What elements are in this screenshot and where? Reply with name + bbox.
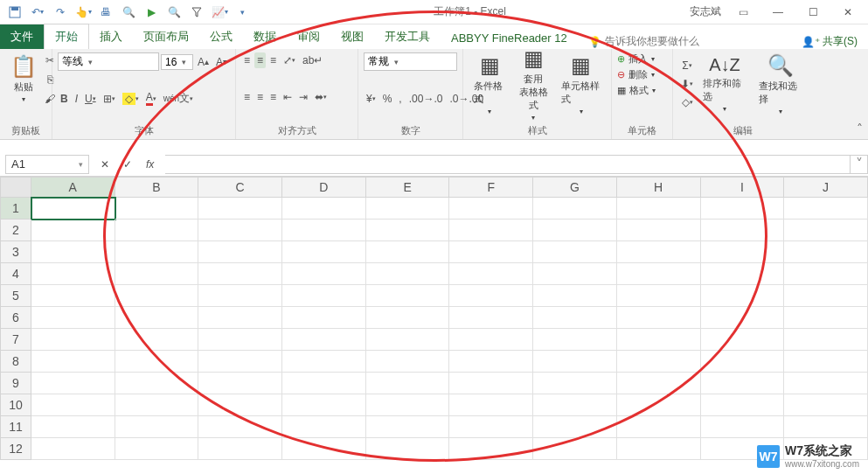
cell-I11[interactable] [701, 416, 785, 438]
cell-A4[interactable] [31, 263, 115, 285]
col-header-c[interactable]: C [198, 177, 282, 198]
cell-B2[interactable] [115, 220, 199, 241]
wrap-text-button[interactable]: ab↵ [300, 52, 325, 68]
col-header-j[interactable]: J [784, 177, 868, 198]
cell-B3[interactable] [115, 241, 199, 263]
cell-D8[interactable] [282, 351, 366, 373]
cell-I4[interactable] [701, 263, 785, 285]
cell-B11[interactable] [115, 416, 199, 438]
save-button[interactable] [7, 4, 23, 20]
cell-A12[interactable] [31, 438, 115, 460]
cancel-formula-button[interactable]: ✕ [98, 157, 112, 172]
row-header-2[interactable]: 2 [0, 220, 31, 241]
cell-G8[interactable] [533, 351, 617, 373]
cell-D7[interactable] [282, 329, 366, 351]
cell-H1[interactable] [617, 198, 701, 220]
cell-J1[interactable] [784, 198, 868, 220]
format-as-table-button[interactable]: ▦套用 表格格式▾ [512, 45, 554, 123]
cell-I7[interactable] [701, 329, 785, 351]
cell-G9[interactable] [533, 373, 617, 394]
tab-review[interactable]: 审阅 [287, 24, 330, 49]
cell-F11[interactable] [449, 416, 533, 438]
italic-button[interactable]: I [73, 91, 80, 107]
cell-I9[interactable] [701, 373, 785, 394]
currency-button[interactable]: ¥▾ [364, 91, 378, 107]
cell-C6[interactable] [198, 307, 282, 329]
tellme-search[interactable]: 💡 告诉我你想要做什么 [588, 34, 699, 49]
cell-styles-button[interactable]: ▦单元格样式▾ [556, 52, 606, 117]
cell-J10[interactable] [784, 394, 868, 416]
cell-F1[interactable] [449, 198, 533, 220]
cell-H10[interactable] [617, 394, 701, 416]
cell-C8[interactable] [198, 351, 282, 373]
row-header-5[interactable]: 5 [0, 285, 31, 307]
cell-G4[interactable] [533, 263, 617, 285]
minimize-button[interactable]: — [765, 3, 791, 21]
cell-G11[interactable] [533, 416, 617, 438]
align-center-button[interactable]: ≡ [254, 89, 266, 105]
cell-D1[interactable] [282, 198, 366, 220]
cell-G5[interactable] [533, 285, 617, 307]
clear-button[interactable]: ◇▾ [678, 94, 696, 110]
close-button[interactable]: ✕ [835, 3, 861, 21]
delete-cells-button[interactable]: ⊖删除 ▾ [617, 68, 667, 81]
cell-B7[interactable] [115, 329, 199, 351]
share-button[interactable]: 👤⁺ 共享(S) [802, 34, 868, 49]
col-header-i[interactable]: I [701, 177, 785, 198]
cell-F6[interactable] [449, 307, 533, 329]
tab-abbyy[interactable]: ABBYY FineReader 12 [441, 27, 578, 49]
cell-C10[interactable] [198, 394, 282, 416]
cell-A10[interactable] [31, 394, 115, 416]
increase-font-button[interactable]: A▴ [195, 54, 212, 70]
decrease-indent-button[interactable]: ⇤ [281, 89, 295, 105]
cell-A2[interactable] [31, 220, 115, 241]
cell-G6[interactable] [533, 307, 617, 329]
col-header-g[interactable]: G [533, 177, 617, 198]
find-select-button[interactable]: 🔍查找和选择▾ [753, 52, 808, 117]
cell-A11[interactable] [31, 416, 115, 438]
fill-color-button[interactable]: ◇▾ [120, 91, 142, 107]
underline-button[interactable]: U▾ [82, 91, 99, 107]
fx-button[interactable]: fx [143, 157, 156, 172]
row-header-7[interactable]: 7 [0, 329, 31, 351]
insert-cells-button[interactable]: ⊕插入 ▾ [617, 52, 667, 66]
cell-D12[interactable] [282, 438, 366, 460]
cell-E10[interactable] [366, 394, 450, 416]
tab-data[interactable]: 数据 [243, 24, 287, 49]
cell-I2[interactable] [701, 220, 785, 241]
cell-E11[interactable] [366, 416, 450, 438]
undo-button[interactable]: ↶▾ [30, 4, 45, 20]
tab-home[interactable]: 开始 [44, 24, 89, 49]
cell-C5[interactable] [198, 285, 282, 307]
cell-A3[interactable] [31, 241, 115, 263]
cell-C1[interactable] [198, 198, 282, 220]
cell-B8[interactable] [115, 351, 199, 373]
row-header-4[interactable]: 4 [0, 263, 31, 285]
name-box[interactable]: A1▾ [5, 155, 89, 174]
cell-E9[interactable] [366, 373, 450, 394]
cell-D6[interactable] [282, 307, 366, 329]
font-size-select[interactable]: 16▾ [161, 54, 193, 70]
cell-E8[interactable] [366, 351, 450, 373]
cell-C4[interactable] [198, 263, 282, 285]
formula-input[interactable] [165, 155, 851, 174]
cell-C9[interactable] [198, 373, 282, 394]
cell-B5[interactable] [115, 285, 199, 307]
phonetic-button[interactable]: wén文▾ [161, 89, 196, 108]
cell-B4[interactable] [115, 263, 199, 285]
cell-B9[interactable] [115, 373, 199, 394]
autosum-button[interactable]: Σ▾ [678, 58, 696, 73]
cell-C2[interactable] [198, 220, 282, 241]
cell-D5[interactable] [282, 285, 366, 307]
tab-devtools[interactable]: 开发工具 [374, 24, 441, 49]
comma-button[interactable]: , [396, 91, 404, 107]
cell-H3[interactable] [617, 241, 701, 263]
orientation-button[interactable]: ⤢▾ [281, 52, 298, 68]
cell-C3[interactable] [198, 241, 282, 263]
tab-view[interactable]: 视图 [330, 24, 374, 49]
cell-B1[interactable] [115, 198, 199, 220]
cell-I3[interactable] [701, 241, 785, 263]
font-color-button[interactable]: A▾ [143, 89, 159, 108]
cell-G2[interactable] [533, 220, 617, 241]
cell-E1[interactable] [366, 198, 450, 220]
